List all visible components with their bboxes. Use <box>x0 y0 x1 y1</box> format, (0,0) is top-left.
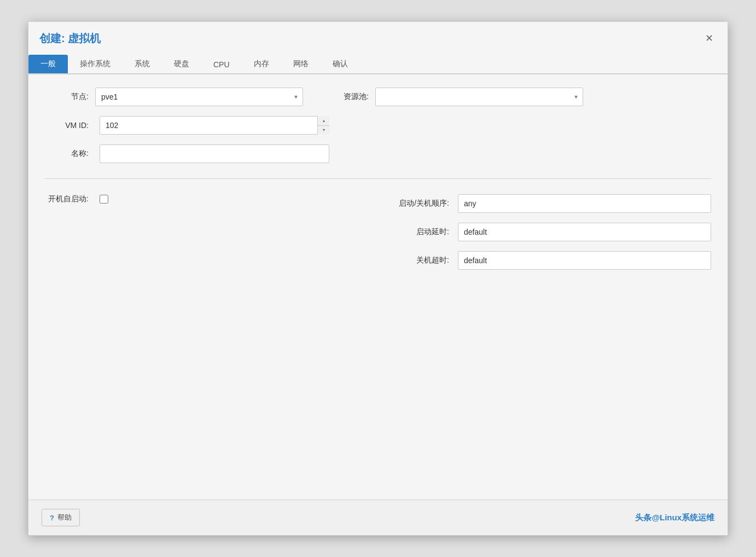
name-input-wrap <box>100 144 329 163</box>
dialog-title: 创建: 虚拟机 <box>39 31 101 46</box>
start-delay-label: 启动延时: <box>383 227 449 237</box>
start-order-row: 启动/关机顺序: <box>383 194 711 213</box>
node-select-wrap: pve1 ▾ <box>95 88 303 106</box>
name-row: 名称: <box>45 144 711 163</box>
vmid-decrement-button[interactable]: ▾ <box>318 126 329 135</box>
up-icon: ▴ <box>323 118 325 123</box>
tab-cpu[interactable]: CPU <box>201 56 242 73</box>
vmid-label: VM ID: <box>45 121 89 130</box>
start-order-input-wrap <box>458 194 711 213</box>
dialog-footer: ? 帮助 头条@Linux系统运维 <box>28 500 728 535</box>
help-button[interactable]: ? 帮助 <box>42 509 80 526</box>
close-icon: ✕ <box>705 32 713 44</box>
tab-network[interactable]: 网络 <box>281 55 321 73</box>
tab-bar: 一般 操作系统 系统 硬盘 CPU 内存 网络 确认 <box>28 50 728 74</box>
dialog-header: 创建: 虚拟机 ✕ <box>28 22 728 46</box>
autostart-col: 开机自启动: <box>45 194 373 204</box>
settings-row: 开机自启动: 启动/关机顺序: 启动 <box>45 194 711 270</box>
tab-disk[interactable]: 硬盘 <box>162 55 201 73</box>
vmid-row: VM ID: ▴ ▾ <box>45 116 711 135</box>
shutdown-timeout-input[interactable] <box>458 251 711 270</box>
tab-os[interactable]: 操作系统 <box>68 55 123 73</box>
question-icon: ? <box>50 514 54 522</box>
start-delay-input[interactable] <box>458 223 711 241</box>
pool-label: 资源池: <box>325 92 369 102</box>
node-pool-row: 节点: pve1 ▾ 资源池: ▾ <box>45 88 711 106</box>
down-icon: ▾ <box>323 127 325 132</box>
section-divider <box>45 178 711 179</box>
startup-settings-col: 启动/关机顺序: 启动延时: 关机超时: <box>383 194 711 270</box>
tab-memory[interactable]: 内存 <box>242 55 281 73</box>
name-input[interactable] <box>100 144 329 163</box>
tab-general[interactable]: 一般 <box>28 55 68 73</box>
shutdown-timeout-row: 关机超时: <box>383 251 711 270</box>
node-select[interactable]: pve1 <box>95 88 303 106</box>
close-button[interactable]: ✕ <box>701 31 717 46</box>
pool-select-wrap: ▾ <box>375 88 583 106</box>
vmid-spinner-wrap: ▴ ▾ <box>100 116 329 135</box>
start-order-label: 启动/关机顺序: <box>383 199 449 208</box>
autostart-checkbox-wrap <box>100 195 108 204</box>
shutdown-timeout-label: 关机超时: <box>383 256 449 265</box>
create-vm-dialog: 创建: 虚拟机 ✕ 一般 操作系统 系统 硬盘 CPU 内存 网络 确认 节点:… <box>28 21 728 536</box>
tab-system[interactable]: 系统 <box>123 55 162 73</box>
autostart-checkbox[interactable] <box>100 195 108 204</box>
start-delay-input-wrap <box>458 223 711 241</box>
node-group: 节点: pve1 ▾ <box>45 88 303 106</box>
vmid-increment-button[interactable]: ▴ <box>318 116 329 126</box>
start-delay-row: 启动延时: <box>383 223 711 241</box>
autostart-label: 开机自启动: <box>45 194 89 204</box>
name-label: 名称: <box>45 149 89 159</box>
help-label: 帮助 <box>57 513 72 523</box>
shutdown-timeout-input-wrap <box>458 251 711 270</box>
vmid-spinner-buttons: ▴ ▾ <box>317 116 329 135</box>
vmid-input[interactable] <box>100 116 329 135</box>
start-order-input[interactable] <box>458 194 711 213</box>
watermark-text: 头条@Linux系统运维 <box>635 513 714 523</box>
pool-select[interactable] <box>375 88 583 106</box>
node-label: 节点: <box>45 92 89 102</box>
dialog-body: 节点: pve1 ▾ 资源池: ▾ <box>28 74 728 500</box>
pool-group: 资源池: ▾ <box>325 88 583 106</box>
general-form: 节点: pve1 ▾ 资源池: ▾ <box>45 88 711 270</box>
tab-confirm[interactable]: 确认 <box>321 55 360 73</box>
